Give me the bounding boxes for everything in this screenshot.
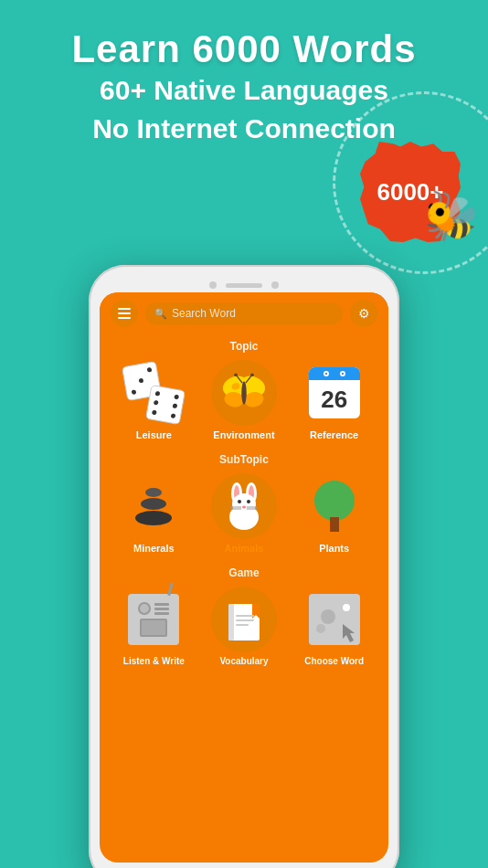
camera-dot-2 [271, 281, 279, 289]
svg-point-18 [242, 506, 246, 509]
radio-icon [128, 594, 179, 645]
search-bar[interactable]: 🔍 Search Word [145, 302, 343, 324]
calendar-icon: 26 [309, 367, 360, 418]
leisure-icon-area [121, 360, 186, 426]
phone-speaker-area [100, 276, 388, 292]
stone-mid [141, 498, 166, 510]
svg-point-15 [232, 493, 256, 515]
game-label-listen-write: Listen & Write [123, 656, 185, 666]
game-section-label: Game [100, 561, 388, 583]
svg-point-17 [247, 500, 250, 503]
butterfly-svg [219, 368, 269, 418]
menu-line-2 [118, 312, 131, 314]
game-label-choose-word: Choose Word [304, 656, 364, 666]
dice-icon [122, 362, 185, 424]
phone-screen: 🔍 Search Word ⚙ Topic [100, 292, 388, 863]
calendar-top [309, 367, 360, 380]
game-item-listen-write[interactable]: Listen & Write [121, 587, 186, 666]
search-icon: 🔍 [154, 308, 167, 320]
subtopic-item-minerals[interactable]: Minerals [121, 473, 186, 554]
book-svg [219, 595, 269, 644]
reference-icon-area: 26 [302, 360, 367, 426]
svg-rect-28 [236, 624, 249, 626]
subtopic-section-label: SubTopic [100, 448, 388, 470]
svg-point-32 [321, 609, 335, 624]
svg-rect-27 [236, 619, 254, 621]
tree-icon [314, 481, 355, 532]
game-item-choose-word[interactable]: Choose Word [302, 587, 367, 666]
subtopic-item-animals[interactable]: Animals [211, 473, 277, 554]
plants-icon-area [302, 473, 367, 539]
topic-label-leisure: Leisure [136, 429, 172, 440]
calendar-ring-2 [340, 371, 345, 376]
game-grid: Listen & Write [100, 583, 388, 670]
svg-marker-31 [343, 624, 355, 642]
topic-label-environment: Environment [213, 429, 274, 440]
calendar-rings [324, 371, 345, 376]
rabbit-svg [217, 479, 271, 534]
radio-speaker [140, 619, 167, 637]
game-label-vocabulary: Vocabulary [219, 656, 268, 666]
stone-top [145, 488, 162, 497]
header-title: Learn 6000 Words [0, 27, 488, 71]
tree-top [314, 481, 355, 521]
menu-line-3 [118, 317, 131, 319]
phone-mockup: 🔍 Search Word ⚙ Topic [89, 265, 399, 868]
topic-grid: Leisure [100, 356, 388, 448]
svg-point-6 [234, 373, 238, 376]
die-2 [145, 385, 186, 425]
topic-section-label: Topic [100, 334, 388, 356]
butterfly-icon [211, 360, 277, 426]
subtopic-label-plants: Plants [319, 543, 349, 554]
gear-icon: ⚙ [358, 306, 370, 321]
radio-antenna [168, 583, 175, 596]
minerals-icon-area [121, 473, 186, 539]
radio-dial [138, 602, 151, 615]
calendar-number: 26 [309, 380, 360, 418]
choose-icon [309, 594, 360, 645]
listen-write-icon-area [121, 587, 186, 652]
tree-trunk [330, 517, 339, 532]
book-icon [211, 587, 277, 652]
topic-item-leisure[interactable]: Leisure [121, 360, 186, 440]
phone-outer-frame: 🔍 Search Word ⚙ Topic [89, 265, 399, 868]
topic-item-reference[interactable]: 26 Reference [302, 360, 367, 440]
app-bar: 🔍 Search Word ⚙ [100, 292, 388, 334]
menu-button[interactable] [111, 300, 138, 327]
calendar-ring-1 [324, 371, 329, 376]
topic-item-environment[interactable]: Environment [211, 360, 277, 440]
camera-dot [209, 281, 217, 289]
subtopic-grid: Minerals [100, 470, 388, 561]
rabbit-icon [211, 473, 277, 539]
stones-icon [135, 488, 172, 525]
svg-point-16 [238, 500, 241, 503]
menu-icon [118, 308, 131, 319]
subtopic-label-animals: Animals [225, 543, 264, 554]
menu-line-1 [118, 308, 131, 310]
choose-svg [312, 597, 357, 642]
game-item-vocabulary[interactable]: Vocabulary [211, 587, 277, 666]
settings-button[interactable]: ⚙ [350, 300, 377, 327]
stone-bot [135, 511, 172, 525]
svg-point-8 [250, 373, 254, 376]
choose-word-icon-area [302, 587, 367, 652]
svg-point-30 [343, 604, 350, 611]
speaker-bar [226, 283, 262, 288]
subtopic-label-minerals: Minerals [133, 543, 175, 554]
svg-point-33 [316, 624, 325, 633]
svg-rect-26 [236, 615, 254, 617]
svg-point-4 [241, 381, 246, 404]
subtopic-item-plants[interactable]: Plants [302, 473, 367, 554]
svg-rect-24 [228, 604, 234, 640]
search-placeholder-text: Search Word [172, 307, 236, 320]
topic-label-reference: Reference [310, 429, 358, 440]
